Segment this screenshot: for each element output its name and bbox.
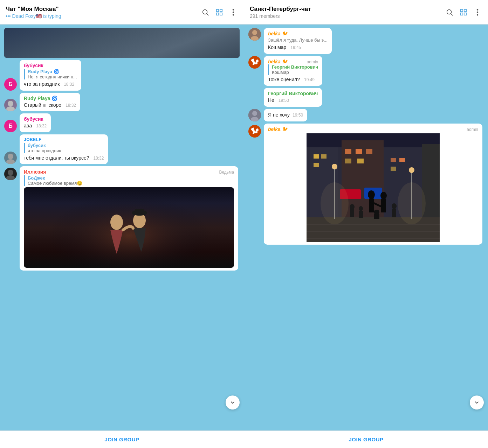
reply-quote-1: Rudy Playa 🌀 Не, я сегодня иички п... xyxy=(24,69,77,79)
left-more-icon[interactable] xyxy=(228,7,238,17)
svg-point-62 xyxy=(321,182,349,224)
svg-rect-5 xyxy=(220,13,222,15)
message-bubble-5: Иллюзия Ведьма БоДжек Самое любимое врем… xyxy=(20,166,238,271)
right-message-image-4 xyxy=(268,133,478,242)
right-message-text-2: Не 19:50 xyxy=(268,97,318,104)
right-chat-header-info: Санкт-Петербург-чат 291 members xyxy=(250,6,445,19)
reply-quote-name-4: бубусик xyxy=(28,143,104,148)
avatar-squirrel-2: 🐿 xyxy=(248,125,261,138)
right-reply-quote-1: Георгий Викторович Кошмар xyxy=(268,64,318,75)
svg-point-69 xyxy=(374,210,379,215)
right-chat-messages[interactable]: belka 🐿 Зашёл я туда. Лучше бы э... Кошм… xyxy=(244,24,488,430)
svg-rect-76 xyxy=(359,211,363,218)
svg-point-9 xyxy=(8,101,13,106)
left-join-group-btn[interactable]: JOIN GROUP xyxy=(6,436,238,442)
message-bubble-4: JOBELF бубусик что за праздник тебя мне … xyxy=(20,134,108,164)
sender-row-r4: belka 🐿 admin xyxy=(268,126,478,132)
message-row-1: Б бубусик Rudy Playa 🌀 Не, я сегодня иич… xyxy=(4,60,240,91)
sender-rudy: Rudy Playa 🌀 xyxy=(24,96,76,101)
reply-quote-name-5: БоДжек xyxy=(28,175,234,181)
left-grid-icon[interactable] xyxy=(214,7,224,17)
svg-point-13 xyxy=(8,170,13,175)
svg-rect-49 xyxy=(391,158,396,162)
message-time-3: 18:32 xyxy=(36,124,47,128)
svg-rect-70 xyxy=(374,214,379,219)
sender-illusiya: Иллюзия xyxy=(24,169,46,175)
right-chat-header: Санкт-Петербург-чат 291 members xyxy=(244,0,488,24)
right-reply-name-1: Георгий Викторович xyxy=(272,64,318,70)
right-message-row-4: 🐿 belka 🐿 admin xyxy=(248,124,484,245)
svg-rect-41 xyxy=(314,154,319,159)
svg-rect-4 xyxy=(216,13,219,15)
right-chat-members: 291 members xyxy=(250,13,445,19)
svg-point-30 xyxy=(252,30,257,35)
message-time-1: 18:32 xyxy=(64,82,74,87)
right-grid-icon[interactable] xyxy=(459,7,468,17)
message-row-5: Иллюзия Ведьма БоДжек Самое любимое врем… xyxy=(4,166,240,271)
left-chat-title: Чат "Моя Москва" xyxy=(6,6,200,13)
right-chat-title: Санкт-Петербург-чат xyxy=(250,6,445,13)
svg-rect-74 xyxy=(392,209,396,217)
message-text-1: что за праздник 18:32 xyxy=(24,81,77,88)
reply-quote-name-1: Rudy Playa 🌀 xyxy=(28,69,77,74)
sender-belka-1: belka 🐿 xyxy=(268,59,287,64)
message-time-2: 18:32 xyxy=(66,103,76,108)
svg-rect-47 xyxy=(345,159,351,163)
svg-rect-44 xyxy=(345,149,351,154)
left-chat-panel: Чат "Моя Москва" ••• Dead Foxy🇺🇸 is typi… xyxy=(0,0,244,448)
left-header-actions xyxy=(200,7,238,17)
right-message-time-0: 19:45 xyxy=(290,45,301,50)
reply-quote-text-1: Не, я сегодня иички п... xyxy=(28,74,77,79)
sender-bubus-1: бубусик xyxy=(24,63,77,68)
avatar-illusiya xyxy=(4,168,17,180)
left-chat-header-info: Чат "Моя Москва" ••• Dead Foxy🇺🇸 is typi… xyxy=(6,6,200,19)
svg-rect-46 xyxy=(366,149,372,154)
left-chat-messages[interactable]: Б бубусик Rudy Playa 🌀 Не, я сегодня иич… xyxy=(0,24,244,430)
right-reply-text-1: Кошмар xyxy=(272,70,318,75)
message-bubble-3: бубусик ааа 18:32 xyxy=(20,113,51,132)
right-message-time-3: 19:50 xyxy=(293,113,303,118)
left-scroll-down-btn[interactable] xyxy=(226,396,240,410)
svg-point-11 xyxy=(8,154,13,159)
left-search-icon[interactable] xyxy=(200,7,210,17)
svg-point-12 xyxy=(6,159,15,164)
svg-rect-22 xyxy=(461,9,463,11)
message-bubble-2: Rudy Playa 🌀 Старый нг скоро 18:32 xyxy=(20,93,80,112)
admin-badge-r4: admin xyxy=(467,127,478,132)
right-message-text-1: Тоже оценил? 19:49 xyxy=(268,76,318,83)
avatar-bubus-2: Б xyxy=(4,120,17,132)
right-message-text-0b: Кошмар 19:45 xyxy=(268,44,328,51)
right-message-row-3: Я не хочу 19:50 xyxy=(248,109,484,121)
left-chat-subtitle: ••• Dead Foxy🇺🇸 is typing xyxy=(6,13,200,19)
sender-row-5: Иллюзия Ведьма xyxy=(24,169,234,175)
message-bubble-1: бубусик Rudy Playa 🌀 Не, я сегодня иички… xyxy=(20,60,81,91)
svg-point-63 xyxy=(398,182,426,224)
svg-point-64 xyxy=(368,190,375,199)
right-search-icon[interactable] xyxy=(445,7,454,17)
svg-point-61 xyxy=(409,167,414,173)
svg-point-7 xyxy=(233,11,234,13)
svg-point-33 xyxy=(252,111,257,116)
right-message-time-1: 19:49 xyxy=(304,77,315,82)
message-text-3: ааа 18:32 xyxy=(24,122,47,130)
right-message-time-2: 19:50 xyxy=(279,98,289,103)
right-message-bubble-0: belka 🐿 Зашёл я туда. Лучше бы э... Кошм… xyxy=(264,28,332,54)
svg-rect-48 xyxy=(357,159,364,163)
sender-georgiy-2: Георгий Викторович xyxy=(268,91,318,96)
sender-belka-0: belka 🐿 xyxy=(268,31,328,36)
message-row-4: JOBELF бубусик что за праздник тебя мне … xyxy=(4,134,240,164)
right-message-row-0: belka 🐿 Зашёл я туда. Лучше бы э... Кошм… xyxy=(248,28,484,54)
svg-rect-65 xyxy=(369,198,374,212)
avatar-jobelf xyxy=(4,152,17,164)
right-join-group-btn[interactable]: JOIN GROUP xyxy=(250,436,482,442)
svg-rect-25 xyxy=(464,13,466,15)
svg-rect-68 xyxy=(381,199,386,212)
reply-quote-text-5: Самое любимое время😏 xyxy=(28,181,234,186)
admin-badge-5: Ведьма xyxy=(216,170,234,175)
right-more-icon[interactable] xyxy=(473,7,482,17)
svg-point-27 xyxy=(477,11,479,13)
right-scroll-down-btn[interactable] xyxy=(470,396,484,410)
svg-point-8 xyxy=(233,14,234,16)
reply-quote-4: бубусик что за праздник xyxy=(24,143,104,153)
message-time-4: 18:32 xyxy=(93,156,104,161)
